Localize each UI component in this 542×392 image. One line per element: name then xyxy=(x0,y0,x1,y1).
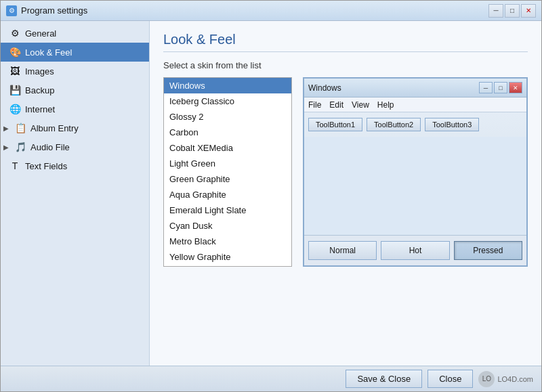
images-icon: 🖼 xyxy=(9,65,21,77)
preview-menu-edit[interactable]: Edit xyxy=(329,100,343,110)
preview-window-buttons: ─ □ ✕ xyxy=(479,82,522,93)
skin-list-item[interactable]: Cyan Dusk xyxy=(164,218,291,234)
preview-minimize-button[interactable]: ─ xyxy=(479,82,493,93)
expand-arrow-audio: ▶ xyxy=(3,144,9,151)
preview-menu-bar: File Edit View Help xyxy=(304,97,526,112)
right-panel: Look & Feel Select a skin from the list … xyxy=(150,21,541,366)
skin-list-item[interactable]: Windows xyxy=(164,78,291,93)
sidebar-label-general: General xyxy=(25,28,56,39)
sidebar-label-audio-file: Audio File xyxy=(30,142,70,152)
sidebar-item-audio-file[interactable]: ▶ 🎵 Audio File xyxy=(1,137,149,156)
text-fields-icon: T xyxy=(9,160,21,172)
skin-list-container: WindowsIceberg ClassicoGlossy 2CarbonCob… xyxy=(163,77,292,267)
preview-toolbar-btn-2[interactable]: ToolButton2 xyxy=(367,118,421,131)
preview-window-title: Windows xyxy=(308,83,479,93)
sidebar-item-look-feel[interactable]: 🎨 Look & Feel xyxy=(1,43,149,62)
album-entry-icon: 📋 xyxy=(14,122,26,134)
program-settings-window: ⚙ Program settings ─ □ ✕ ⚙ General 🎨 Loo… xyxy=(0,0,542,392)
preview-body xyxy=(304,137,526,235)
preview-menu-help[interactable]: Help xyxy=(377,100,394,110)
close-footer-button[interactable]: Close xyxy=(428,370,473,388)
preview-toolbar-btn-1[interactable]: ToolButton1 xyxy=(308,118,362,131)
skin-list-item[interactable]: Yellow Graphite xyxy=(164,249,291,265)
title-bar: ⚙ Program settings ─ □ ✕ xyxy=(1,1,541,21)
skin-list-item[interactable]: Aqua Graphite xyxy=(164,187,291,202)
skin-list-item[interactable]: Metro Black xyxy=(164,234,291,249)
skin-list-item[interactable]: Carbon xyxy=(164,125,291,140)
preview-state-normal[interactable]: Normal xyxy=(308,241,377,260)
preview-toolbar-btn-3[interactable]: ToolButton3 xyxy=(425,118,479,131)
sidebar-item-text-fields[interactable]: T Text Fields xyxy=(1,156,149,175)
window-controls: ─ □ ✕ xyxy=(488,4,536,18)
skin-list-item[interactable]: Green Graphite xyxy=(164,171,291,187)
preview-state-hot[interactable]: Hot xyxy=(381,241,449,260)
main-content: ⚙ General 🎨 Look & Feel 🖼 Images 💾 Backu… xyxy=(1,21,541,366)
skin-list-item[interactable]: Light Green xyxy=(164,156,291,171)
skin-list-item[interactable]: Turquoise Gray xyxy=(164,265,291,266)
sidebar-item-backup[interactable]: 💾 Backup xyxy=(1,81,149,100)
section-subtitle: Select a skin from the list xyxy=(163,60,528,70)
sidebar-label-look-feel: Look & Feel xyxy=(25,47,72,58)
internet-icon: 🌐 xyxy=(9,103,21,115)
sidebar-label-backup: Backup xyxy=(25,85,54,95)
sidebar-item-general[interactable]: ⚙ General xyxy=(1,24,149,43)
skin-list-item[interactable]: Iceberg Classico xyxy=(164,93,291,109)
preview-menu-view[interactable]: View xyxy=(352,100,369,110)
logo-text: LO4D.com xyxy=(497,375,533,383)
look-feel-icon: 🎨 xyxy=(9,46,21,58)
preview-title-bar: Windows ─ □ ✕ xyxy=(304,79,526,97)
skin-list[interactable]: WindowsIceberg ClassicoGlossy 2CarbonCob… xyxy=(164,78,291,266)
app-icon: ⚙ xyxy=(6,5,17,16)
backup-icon: 💾 xyxy=(9,84,21,96)
footer-logo: LO LO4D.com xyxy=(478,371,533,387)
maximize-button[interactable]: □ xyxy=(505,4,520,18)
preview-close-button[interactable]: ✕ xyxy=(509,82,522,93)
skin-list-item[interactable]: Emerald Light Slate xyxy=(164,202,291,218)
footer: Save & Close Close LO LO4D.com xyxy=(1,366,541,391)
preview-toolbar: ToolButton1 ToolButton2 ToolButton3 xyxy=(304,112,526,137)
expand-arrow-album: ▶ xyxy=(3,125,9,132)
sidebar-label-text-fields: Text Fields xyxy=(25,161,67,171)
save-close-button[interactable]: Save & Close xyxy=(346,370,422,388)
skin-list-item[interactable]: Glossy 2 xyxy=(164,109,291,125)
minimize-button[interactable]: ─ xyxy=(488,4,503,18)
sidebar-label-internet: Internet xyxy=(25,104,55,114)
general-icon: ⚙ xyxy=(9,27,21,39)
audio-file-icon: 🎵 xyxy=(14,141,26,153)
sidebar-label-album-entry: Album Entry xyxy=(30,123,79,133)
sidebar: ⚙ General 🎨 Look & Feel 🖼 Images 💾 Backu… xyxy=(1,21,150,366)
skin-list-item[interactable]: Cobalt XEMedia xyxy=(164,140,291,156)
window-title: Program settings xyxy=(21,5,488,16)
skin-area: WindowsIceberg ClassicoGlossy 2CarbonCob… xyxy=(163,77,528,267)
close-button[interactable]: ✕ xyxy=(521,4,536,18)
skin-preview: Windows ─ □ ✕ File Edit View Help xyxy=(303,77,528,267)
preview-maximize-button[interactable]: □ xyxy=(494,82,507,93)
preview-state-buttons: Normal Hot Pressed xyxy=(304,235,526,265)
sidebar-item-album-entry[interactable]: ▶ 📋 Album Entry xyxy=(1,118,149,137)
preview-state-pressed[interactable]: Pressed xyxy=(454,241,522,260)
sidebar-label-images: Images xyxy=(25,66,54,77)
preview-menu-file[interactable]: File xyxy=(308,100,321,110)
sidebar-item-internet[interactable]: 🌐 Internet xyxy=(1,100,149,118)
sidebar-item-images[interactable]: 🖼 Images xyxy=(1,62,149,81)
logo-icon: LO xyxy=(478,371,495,387)
section-title: Look & Feel xyxy=(163,32,528,52)
